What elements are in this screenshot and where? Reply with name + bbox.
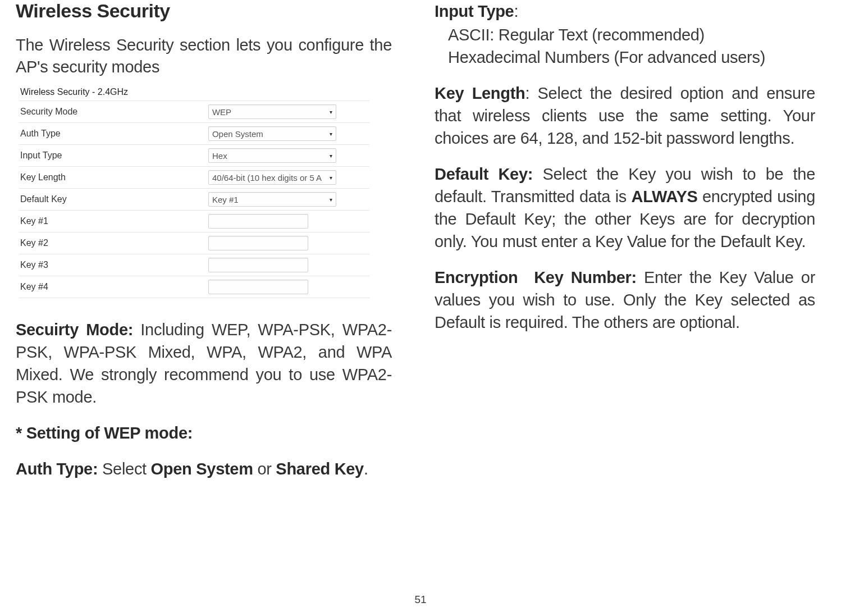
screenshot-select[interactable]: Key #1▾ bbox=[208, 192, 336, 207]
screenshot-input[interactable] bbox=[208, 258, 308, 272]
screenshot-row-control: Hex▾ bbox=[208, 148, 369, 163]
auth-type-option-shared: Shared Key bbox=[276, 460, 364, 478]
screenshot-input[interactable] bbox=[208, 280, 308, 294]
screenshot-row-label: Input Type bbox=[19, 150, 208, 161]
screenshot-row-label: Default Key bbox=[19, 194, 208, 204]
screenshot-select-value: WEP bbox=[212, 107, 231, 117]
input-type-label: Input Type bbox=[435, 2, 514, 20]
screenshot-row: Key #4 bbox=[19, 276, 369, 298]
screenshot-input[interactable] bbox=[208, 236, 308, 250]
screenshot-select-value: Key #1 bbox=[212, 195, 239, 204]
wep-mode-heading-text: * Setting of WEP mode: bbox=[16, 424, 193, 442]
screenshot-row-control bbox=[208, 280, 369, 294]
screenshot-row-control: 40/64-bit (10 hex digits or 5 A▾ bbox=[208, 170, 369, 185]
screenshot-title: Wireless Security - 2.4GHz bbox=[19, 84, 369, 101]
screenshot-row: Security ModeWEP▾ bbox=[19, 101, 369, 123]
auth-type-or: or bbox=[253, 460, 276, 478]
key-length-paragraph: Key Length: Select the desired option an… bbox=[435, 82, 815, 149]
right-column: Input Type: ASCII: Regular Text (recomme… bbox=[435, 0, 815, 494]
screenshot-row-control: WEP▾ bbox=[208, 104, 369, 119]
auth-type-mid: Select bbox=[98, 460, 150, 478]
screenshot-select-value: Hex bbox=[212, 151, 227, 161]
screenshot-row-label: Key Length bbox=[19, 172, 208, 182]
auth-type-end: . bbox=[364, 460, 368, 478]
page-number: 51 bbox=[0, 594, 841, 606]
screenshot-row-control bbox=[208, 214, 369, 229]
chevron-down-icon: ▾ bbox=[330, 109, 332, 115]
chevron-down-icon: ▾ bbox=[330, 131, 332, 137]
security-mode-label: Secuirty Mode: bbox=[16, 321, 133, 339]
screenshot-row-label: Auth Type bbox=[19, 129, 208, 139]
default-key-always: ALWAYS bbox=[632, 188, 698, 206]
intro-text: The Wireless Security section lets you c… bbox=[16, 34, 392, 78]
screenshot-select[interactable]: WEP▾ bbox=[208, 104, 336, 119]
input-type-option-hex: Hexadecimal Numbers (For advanced users) bbox=[435, 46, 815, 69]
input-type-colon: : bbox=[514, 2, 518, 20]
default-key-label: Default Key: bbox=[435, 165, 533, 183]
chevron-down-icon: ▾ bbox=[330, 153, 332, 159]
screenshot-row-label: Key #1 bbox=[19, 216, 208, 226]
screenshot-row: Key Length40/64-bit (10 hex digits or 5 … bbox=[19, 167, 369, 189]
screenshot-row: Input TypeHex▾ bbox=[19, 145, 369, 167]
screenshot-row: Auth TypeOpen System▾ bbox=[19, 123, 369, 145]
screenshot-row: Key #2 bbox=[19, 232, 369, 254]
encryption-key-label: Encryption Key Number: bbox=[435, 268, 637, 286]
screenshot-row-label: Key #3 bbox=[19, 260, 208, 270]
default-key-paragraph: Default Key: Select the Key you wish to … bbox=[435, 163, 815, 253]
input-type-heading-line: Input Type: bbox=[435, 0, 815, 22]
screenshot-table: Security ModeWEP▾Auth TypeOpen System▾In… bbox=[19, 101, 369, 298]
screenshot-row-label: Key #4 bbox=[19, 282, 208, 292]
key-length-label: Key Length bbox=[435, 84, 525, 102]
screenshot-row-control: Key #1▾ bbox=[208, 192, 369, 207]
screenshot-select[interactable]: Hex▾ bbox=[208, 148, 336, 163]
screenshot-row-control bbox=[208, 236, 369, 250]
screenshot-panel: Wireless Security - 2.4GHz Security Mode… bbox=[19, 84, 369, 298]
input-type-options: ASCII: Regular Text (recommended) Hexade… bbox=[435, 24, 815, 69]
auth-type-paragraph: Auth Type: Select Open System or Shared … bbox=[16, 458, 392, 480]
screenshot-row: Key #3 bbox=[19, 254, 369, 276]
screenshot-row: Default KeyKey #1▾ bbox=[19, 189, 369, 211]
screenshot-row-control bbox=[208, 258, 369, 272]
screenshot-input[interactable] bbox=[208, 214, 308, 229]
chevron-down-icon: ▾ bbox=[330, 197, 332, 203]
heading-wireless-security: Wireless Security bbox=[16, 0, 392, 22]
screenshot-select[interactable]: Open System▾ bbox=[208, 126, 336, 141]
screenshot-select-value: 40/64-bit (10 hex digits or 5 A bbox=[212, 173, 322, 182]
screenshot-row: Key #1 bbox=[19, 211, 369, 232]
encryption-key-paragraph: Encryption Key Number: Enter the Key Val… bbox=[435, 266, 815, 334]
left-column: Wireless Security The Wireless Security … bbox=[16, 0, 396, 494]
screenshot-select-value: Open System bbox=[212, 129, 263, 139]
input-type-option-ascii: ASCII: Regular Text (recommended) bbox=[435, 24, 815, 46]
screenshot-select[interactable]: 40/64-bit (10 hex digits or 5 A▾ bbox=[208, 170, 336, 185]
screenshot-row-label: Key #2 bbox=[19, 238, 208, 248]
auth-type-label: Auth Type: bbox=[16, 460, 98, 478]
wep-mode-heading: * Setting of WEP mode: bbox=[16, 422, 392, 444]
auth-type-option-open: Open System bbox=[151, 460, 253, 478]
chevron-down-icon: ▾ bbox=[330, 175, 332, 181]
screenshot-row-control: Open System▾ bbox=[208, 126, 369, 141]
screenshot-row-label: Security Mode bbox=[19, 107, 208, 117]
security-mode-paragraph: Secuirty Mode: Including WEP, WPA-PSK, W… bbox=[16, 318, 392, 408]
